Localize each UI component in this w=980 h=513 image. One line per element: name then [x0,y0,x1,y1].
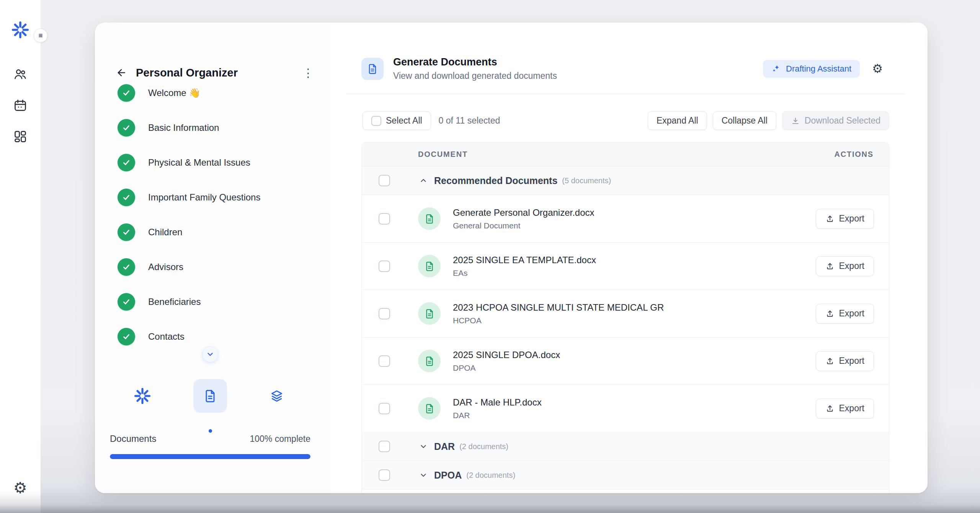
page: ≡ ⚙ [0,0,980,513]
row-checkbox[interactable] [379,403,390,414]
group-row-dpoa[interactable]: DPOA (2 documents) [362,461,889,490]
file-icon [418,302,441,325]
step-item-advisors[interactable]: Advisors [118,249,315,284]
select-all-button[interactable]: Select All [363,111,431,130]
progress-bar-fill [110,454,310,459]
organizer-tab-documents[interactable] [193,379,227,413]
group-count: (5 documents) [562,176,611,185]
row-checkbox[interactable] [379,308,390,319]
collapse-all-button[interactable]: Collapse All [713,111,776,130]
export-button[interactable]: Export [816,304,874,324]
documents-toolbar: Select All 0 of 11 selected Expand All C… [363,111,889,130]
chevron-down-icon[interactable] [418,441,428,451]
chevron-down-icon [206,350,215,359]
step-label: Beneficiaries [148,296,201,307]
group-checkbox[interactable] [379,175,390,186]
app-sidebar: ≡ ⚙ [0,0,41,513]
step-item-children[interactable]: Children [118,215,315,249]
group-name: Recommended Documents [434,175,557,186]
step-item-welcome[interactable]: Welcome 👋 [118,75,315,110]
group-row-recommended[interactable]: Recommended Documents (5 documents) [362,166,889,195]
layers-icon [270,389,284,403]
group-count: (2 documents) [459,442,508,451]
document-text: Generate Personal Organizer.docx General… [453,207,595,230]
chevron-down-icon[interactable] [418,470,428,480]
column-header-actions: ACTIONS [834,150,874,159]
download-selected-button[interactable]: Download Selected [782,111,889,130]
check-circle-icon [118,293,135,311]
show-more-steps-button[interactable] [202,346,218,362]
export-icon [825,214,835,223]
table-row: 2025 SINGLE DPOA.docx DPOA Export [362,337,889,385]
export-label: Export [839,308,864,319]
step-label: Basic Information [148,122,219,133]
organizer-tab-collections[interactable] [260,379,294,413]
document-title: DAR - Male HLP.docx [453,397,542,408]
gear-glyph: ⚙ [13,479,27,497]
export-icon [825,309,835,318]
export-button[interactable]: Export [816,256,874,276]
document-text: 2025 SINGLE EA TEMPLATE.docx EAs [453,255,596,278]
organizer-tab-home[interactable] [126,379,159,413]
app-logo-icon[interactable] [12,21,29,38]
file-icon [418,255,441,277]
table-row: 2023 HCPOA SINGLE MULTI STATE MEDICAL GR… [362,290,889,337]
documents-table: DOCUMENT ACTIONS Recommended Documents (… [361,142,889,493]
select-all-checkbox[interactable] [371,116,381,126]
export-label: Export [839,403,864,414]
export-icon [825,357,835,366]
document-text: 2025 SINGLE DPOA.docx DPOA [453,350,560,373]
step-item-beneficiaries[interactable]: Beneficiaries [118,284,315,319]
row-checkbox[interactable] [379,261,390,272]
check-circle-icon [118,154,135,171]
row-checkbox[interactable] [379,355,390,367]
table-row: Generate Personal Organizer.docx General… [362,195,889,243]
document-type: EAs [453,269,596,278]
sparkles-icon [771,64,781,74]
table-row: 2025 SINGLE EA TEMPLATE.docx EAs Export [362,243,889,290]
check-circle-icon [118,223,135,241]
export-icon [825,262,835,271]
active-tab-dot [209,429,212,433]
asterisk-logo-icon [134,388,150,404]
export-button[interactable]: Export [816,209,874,229]
progress-bar[interactable] [110,454,310,459]
group-count: (2 documents) [466,471,515,480]
expand-all-button[interactable]: Expand All [648,111,707,130]
group-checkbox[interactable] [379,469,390,481]
document-type: General Document [453,221,595,230]
contacts-nav-icon[interactable] [13,67,28,81]
document-type: HCPOA [453,316,664,325]
main-card: Personal Organizer ⋮ Welcome 👋 Basic Inf… [95,23,928,493]
step-item-important-family-questions[interactable]: Important Family Questions [118,180,315,215]
organizer-panel: Personal Organizer ⋮ Welcome 👋 Basic Inf… [95,23,330,493]
export-button[interactable]: Export [816,399,874,419]
sidebar-toggle-button[interactable]: ≡ [34,29,47,42]
export-button[interactable]: Export [816,351,874,371]
bottom-shadow [0,491,980,513]
panel-subtitle: View and download generated documents [393,71,557,81]
group-checkbox[interactable] [379,441,390,452]
file-icon [418,207,441,230]
documents-panel: Generate Documents View and download gen… [330,23,928,493]
document-text: 2023 HCPOA SINGLE MULTI STATE MEDICAL GR… [453,302,664,325]
drafting-assistant-button[interactable]: Drafting Assistant [763,60,860,78]
group-name: DPOA [434,470,462,481]
group-row-dar[interactable]: DAR (2 documents) [362,432,889,461]
settings-gear-icon[interactable]: ⚙ [11,479,29,497]
document-title: 2023 HCPOA SINGLE MULTI STATE MEDICAL GR [453,302,664,313]
download-icon [791,116,800,125]
download-selected-label: Download Selected [805,116,880,126]
step-list: Welcome 👋 Basic Information Physical & M… [118,75,315,354]
step-item-basic-information[interactable]: Basic Information [118,110,315,145]
documents-settings-gear-icon[interactable]: ⚙ [872,62,883,76]
header-divider [346,94,905,94]
dashboard-nav-icon[interactable] [13,129,28,144]
step-item-physical-mental-issues[interactable]: Physical & Mental Issues [118,145,315,180]
document-type: DPOA [453,363,560,373]
panel-title: Generate Documents [393,56,557,68]
chevron-up-icon[interactable] [418,176,428,186]
file-icon [418,350,441,372]
calendar-nav-icon[interactable] [13,98,28,113]
row-checkbox[interactable] [379,213,390,225]
